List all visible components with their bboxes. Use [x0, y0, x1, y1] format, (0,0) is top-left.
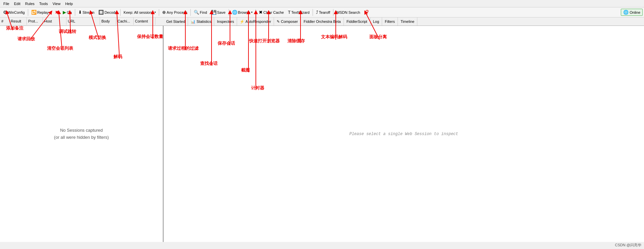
- tab-fiddler-orchestra[interactable]: Fiddler Orchestra Beta: [301, 17, 344, 26]
- tearoff-button[interactable]: ⤴ Tearoff: [314, 8, 332, 16]
- sep5: [190, 9, 191, 16]
- browse-dropdown-icon: ▾: [251, 11, 252, 14]
- keep-button[interactable]: Keep: All sessions ▾: [122, 8, 157, 16]
- menu-bar: File Edit Rules Tools View Help: [0, 0, 644, 7]
- col-body[interactable]: Body: [100, 17, 116, 25]
- sep6: [229, 9, 229, 16]
- menu-help[interactable]: Help: [63, 1, 75, 6]
- sep8: [313, 9, 313, 16]
- col-host[interactable]: Host: [43, 17, 66, 25]
- sep9: [333, 9, 333, 16]
- save-button[interactable]: 💾 Save: [210, 8, 227, 16]
- online-button[interactable]: 🌐 Online: [621, 9, 643, 16]
- winconfig-button[interactable]: ⚙ WinConfig: [1, 8, 27, 16]
- any-process-button[interactable]: ⊕ Any Process: [160, 8, 189, 16]
- tab-get-started[interactable]: Get Started: [164, 17, 188, 26]
- sep1: [28, 9, 28, 16]
- filters-label: Filters: [385, 19, 395, 24]
- main-area: No Sessions captured (or all were hidden…: [0, 26, 644, 242]
- tab-autoresponder[interactable]: ⚡ AutoResponder: [237, 17, 274, 26]
- replay-icon: 🔁: [31, 10, 37, 15]
- tab-composer[interactable]: ✎ Composer: [274, 17, 301, 26]
- go2-icon: ▶: [63, 10, 66, 15]
- composer-label: Composer: [281, 19, 298, 24]
- sep4: [159, 9, 159, 16]
- winconfig-icon: ⚙: [3, 10, 7, 15]
- browse-icon: 🌐: [232, 10, 237, 15]
- replay-button[interactable]: 🔁 Replay ▾: [30, 8, 53, 16]
- watermark: CSDN @闪亮华: [615, 243, 641, 248]
- toolbar: ⚙ WinConfig 🔁 Replay ▾ ✖ ▶ Go ⬇ Stream 🔲…: [0, 7, 644, 17]
- autoresponder-label: AutoResponder: [245, 19, 271, 24]
- inspectors-label: Inspectors: [217, 19, 234, 24]
- no-sessions-message: No Sessions captured (or all were hidden…: [54, 127, 109, 141]
- menu-file[interactable]: File: [1, 1, 11, 6]
- fiddlerscript-label: FiddlerScript: [347, 19, 367, 24]
- tab-statistics[interactable]: 📊 Statistics: [188, 17, 214, 26]
- stream-button[interactable]: ⬇ Stream: [77, 8, 96, 16]
- online-icon: 🌐: [623, 10, 629, 15]
- tab-filters[interactable]: Filters: [382, 17, 398, 26]
- any-process-icon: ⊕: [162, 10, 166, 15]
- composer-icon: ✎: [277, 19, 280, 24]
- decode-icon: 🔲: [98, 10, 104, 15]
- tab-fiddlerscript[interactable]: FiddlerScript: [344, 17, 370, 26]
- tab-log[interactable]: Log: [370, 17, 382, 26]
- go2-button[interactable]: ▶ Go: [61, 8, 74, 16]
- replay-dropdown-icon: ▾: [50, 11, 51, 14]
- col-url[interactable]: URL: [66, 17, 100, 25]
- menu-tools[interactable]: Tools: [37, 1, 50, 6]
- help-icon: ❓: [364, 10, 370, 15]
- autoresponder-icon: ⚡: [240, 19, 244, 24]
- browse-button[interactable]: 🌐 Browse ▾: [230, 8, 255, 16]
- col-protocol[interactable]: Prot...: [27, 17, 43, 25]
- find-icon: 🔍: [194, 10, 199, 15]
- menu-view[interactable]: View: [51, 1, 63, 6]
- menu-rules[interactable]: Rules: [23, 1, 37, 6]
- right-panel: Please select a single Web Session to in…: [164, 26, 644, 242]
- tab-inspectors[interactable]: Inspectors: [214, 17, 237, 26]
- keep-dropdown-icon: ▾: [154, 11, 156, 14]
- sep2: [75, 9, 75, 16]
- go-icon: ✖: [55, 10, 59, 15]
- sep3: [120, 9, 121, 16]
- timeline-label: Timeline: [401, 19, 414, 24]
- msdn-button[interactable]: MSDN Search: [335, 8, 362, 16]
- col-hash[interactable]: #: [0, 17, 9, 25]
- left-panel: No Sessions captured (or all were hidden…: [0, 26, 164, 242]
- log-label: Log: [373, 19, 379, 24]
- save-icon: 💾: [211, 10, 217, 15]
- sep7: [256, 9, 256, 16]
- stats-icon: 📊: [191, 19, 195, 24]
- get-started-label: Get Started: [166, 19, 185, 24]
- find-button[interactable]: 🔍 Find: [192, 8, 209, 16]
- menu-edit[interactable]: Edit: [12, 1, 22, 6]
- decode-button[interactable]: 🔲 Decode: [97, 8, 119, 16]
- clear-cache-icon: ✖: [259, 10, 263, 15]
- col-content[interactable]: Content: [134, 17, 155, 25]
- keep-label: Keep: All sessions: [124, 10, 153, 14]
- go-button[interactable]: ✖: [53, 8, 60, 16]
- help-icon-button[interactable]: ❓: [363, 8, 371, 16]
- tearoff-icon: ⤴: [316, 10, 318, 15]
- tab-timeline[interactable]: Timeline: [398, 17, 417, 26]
- statistics-label: Statistics: [196, 19, 211, 24]
- clear-cache-button[interactable]: ✖ Clear Cache: [257, 8, 285, 16]
- text-wizard-icon: T: [288, 10, 290, 15]
- text-wizard-button[interactable]: T TextWizard: [286, 8, 311, 16]
- column-headers: # Result Prot... Host URL Body Cachi... …: [0, 17, 164, 26]
- col-result[interactable]: Result: [9, 17, 27, 25]
- inspect-message: Please select a single Web Session to in…: [349, 132, 458, 136]
- fiddler-orchestra-label: Fiddler Orchestra Beta: [304, 19, 341, 24]
- col-caching[interactable]: Cachi...: [116, 17, 134, 25]
- right-tabs: Get Started 📊 Statistics Inspectors ⚡ Au…: [164, 17, 644, 26]
- stream-icon: ⬇: [78, 10, 82, 15]
